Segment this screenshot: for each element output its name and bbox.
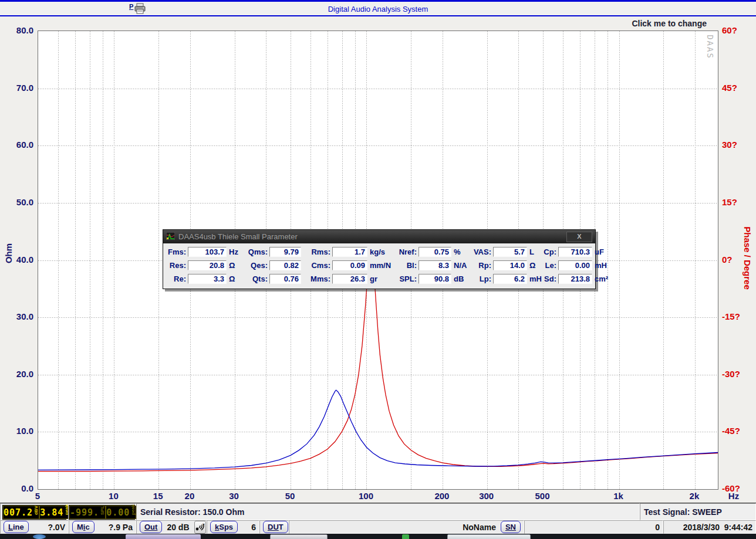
level-meter-section: 007.2dBV3.84peak-999.SPL0.00peak bbox=[0, 503, 136, 520]
mic-button[interactable]: Mic bbox=[72, 521, 95, 533]
counter-value: 0 bbox=[655, 523, 660, 532]
parameter-label: Qes: bbox=[243, 261, 269, 270]
parameter-value-field[interactable]: 26.3 bbox=[332, 274, 367, 284]
dialog-body: Fms:103.7HzQms:9.79Rms:1.7kg/sNref:0.75%… bbox=[163, 243, 595, 289]
parameter-unit: Ω bbox=[527, 261, 540, 270]
parameter-value-field[interactable]: 5.7 bbox=[493, 247, 527, 257]
parameter-value-field[interactable]: 8.3 bbox=[419, 260, 451, 270]
title-bar-divider bbox=[0, 15, 756, 16]
button-label-pre: M bbox=[77, 523, 83, 531]
led-display: 3.84peak bbox=[39, 506, 70, 519]
phase-axis-tick-label: -45? bbox=[722, 426, 740, 436]
parameter-unit: Ω bbox=[227, 261, 243, 270]
parameter-unit: cm² bbox=[592, 274, 610, 283]
click-me-to-change-label[interactable]: Click me to change bbox=[563, 19, 707, 28]
thiele-small-parameter-dialog: DAAS4usb Thiele Small Parameter X Fms:10… bbox=[163, 229, 596, 289]
parameter-unit: N/A bbox=[451, 261, 470, 270]
sweep-signal-button[interactable]: T bbox=[194, 521, 206, 534]
y-axis-tick-label: 80.0 bbox=[0, 25, 33, 35]
start-orb-icon[interactable] bbox=[33, 534, 46, 539]
parameter-group: Sd:213.8cm² bbox=[540, 274, 610, 284]
led-digits: 3.84 bbox=[40, 507, 64, 518]
parameter-label: Cms: bbox=[307, 261, 332, 270]
parameter-value-field[interactable]: 20.8 bbox=[188, 260, 227, 270]
phase-axis-tick-label: 15? bbox=[722, 197, 737, 207]
parameter-value-field[interactable]: 0.09 bbox=[332, 260, 367, 270]
parameter-group: Nref:0.75% bbox=[393, 247, 470, 257]
parameter-label: Bl: bbox=[393, 261, 419, 270]
phase-axis-tick-label: 0? bbox=[722, 255, 733, 265]
parameter-group: Rms:1.7kg/s bbox=[307, 247, 393, 257]
parameter-value-field[interactable]: 6.2 bbox=[493, 274, 527, 284]
parameter-label: Re: bbox=[166, 274, 188, 283]
sn-button[interactable]: SN bbox=[501, 521, 521, 533]
frequency-tick-label: 1k bbox=[601, 491, 636, 501]
parameter-group: Cp:710.3uF bbox=[540, 247, 610, 257]
parameter-group: Lp:6.2mH bbox=[470, 274, 540, 284]
parameter-value-field[interactable]: 0.00 bbox=[558, 260, 592, 270]
dut-button[interactable]: DUT bbox=[263, 521, 288, 533]
datetime-value: 2018/3/30 9:44:42 bbox=[683, 523, 752, 532]
control-section: Mic?.9 Pa bbox=[69, 520, 136, 534]
parameter-unit: mm/N bbox=[367, 261, 393, 270]
out-attenuation-value: 20 dB bbox=[167, 523, 189, 532]
parameter-value-field[interactable]: 0.82 bbox=[269, 260, 301, 270]
parameter-unit: % bbox=[451, 248, 470, 256]
parameter-label: Qms: bbox=[243, 248, 269, 256]
led-digits: 007.2 bbox=[4, 507, 33, 518]
parameter-group: VAS:5.7L bbox=[470, 247, 540, 257]
frequency-tick-label: 2k bbox=[677, 491, 712, 501]
parameter-row: Fms:103.7HzQms:9.79Rms:1.7kg/sNref:0.75%… bbox=[166, 245, 592, 259]
led-unit-label: dBV bbox=[33, 510, 39, 515]
line-level-value: ?.0V bbox=[48, 523, 65, 532]
dialog-title: DAAS4usb Thiele Small Parameter bbox=[178, 232, 563, 241]
parameter-unit: kg/s bbox=[367, 248, 393, 256]
parameter-group: Rp:14.0Ω bbox=[470, 260, 540, 270]
parameter-value-field[interactable]: 1.7 bbox=[332, 247, 367, 257]
parameter-value-field[interactable]: 0.75 bbox=[419, 247, 451, 257]
ksps-button[interactable]: kSps bbox=[210, 521, 238, 533]
parameter-group: Re:3.3Ω bbox=[166, 274, 243, 284]
parameter-label: Rp: bbox=[470, 261, 493, 270]
led-digits: 0.00 bbox=[106, 507, 130, 518]
taskbar-icon[interactable] bbox=[402, 534, 409, 539]
y-axis-tick-label: 50.0 bbox=[0, 197, 33, 207]
parameter-label: Mms: bbox=[307, 274, 332, 283]
parameter-value-field[interactable]: 90.8 bbox=[419, 274, 451, 284]
parameter-label: Qts: bbox=[243, 274, 269, 283]
led-display: -999.SPL bbox=[69, 506, 106, 519]
y-axis-left-title: Ohm bbox=[4, 243, 14, 263]
project-name-value: NoName bbox=[463, 523, 496, 532]
svg-text:T: T bbox=[203, 523, 205, 527]
led-unit-label: SPL bbox=[100, 510, 105, 515]
parameter-value-field[interactable]: 3.3 bbox=[188, 274, 227, 284]
parameter-value-field[interactable]: 0.76 bbox=[269, 274, 301, 284]
button-label-underlined: DU bbox=[268, 523, 279, 531]
phase-axis-tick-label: 30? bbox=[722, 140, 737, 150]
taskbar-button[interactable] bbox=[447, 534, 531, 539]
taskbar-button[interactable] bbox=[126, 534, 201, 539]
dialog-close-button[interactable]: X bbox=[566, 232, 592, 242]
parameter-row: Res:20.8ΩQes:0.82Cms:0.09mm/NBl:8.3N/ARp… bbox=[166, 259, 592, 272]
mic-level-value: ?.9 Pa bbox=[109, 523, 133, 532]
parameter-value-field[interactable]: 9.79 bbox=[269, 247, 301, 257]
parameter-value-field[interactable]: 213.8 bbox=[558, 274, 592, 284]
frequency-tick-label: 20 bbox=[172, 491, 207, 501]
line-button[interactable]: Line bbox=[4, 521, 29, 533]
dialog-title-bar[interactable]: DAAS4usb Thiele Small Parameter X bbox=[163, 230, 595, 243]
frequency-tick-label: 15 bbox=[140, 491, 176, 501]
parameter-label: VAS: bbox=[470, 248, 493, 256]
control-section: NoNameSN bbox=[289, 520, 524, 534]
parameter-group: Qts:0.76 bbox=[243, 274, 307, 284]
parameter-group: Mms:26.3gr bbox=[307, 274, 393, 284]
parameter-value-field[interactable]: 14.0 bbox=[493, 260, 527, 270]
out-button[interactable]: Out bbox=[140, 521, 162, 533]
taskbar-button[interactable] bbox=[270, 534, 328, 539]
control-section: kSps6 bbox=[207, 520, 259, 534]
parameter-value-field[interactable]: 710.3 bbox=[558, 247, 592, 257]
impedance-fitted-blue-curve bbox=[38, 390, 718, 470]
x-axis-unit-label: Hz bbox=[721, 491, 747, 501]
y-axis-tick-label: 20.0 bbox=[0, 369, 33, 379]
parameter-unit: gr bbox=[367, 274, 393, 283]
parameter-value-field[interactable]: 103.7 bbox=[188, 247, 227, 257]
